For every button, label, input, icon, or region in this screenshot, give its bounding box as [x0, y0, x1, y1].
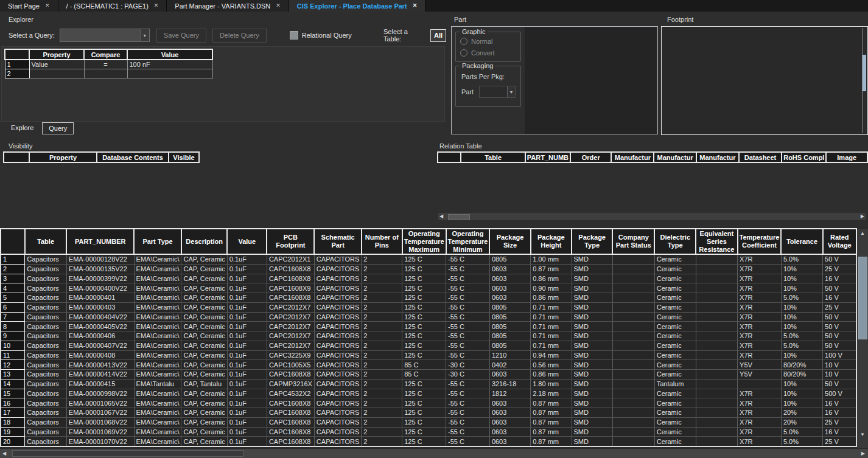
column-header[interactable]: Schematic Part	[314, 229, 362, 254]
table-row[interactable]: 1Value=100 nF	[5, 60, 212, 69]
cell[interactable]: Ceramic	[654, 398, 696, 408]
cell[interactable]: 2	[362, 408, 402, 418]
scrollbar-thumb[interactable]	[863, 55, 866, 91]
cell[interactable]: Capacitors	[25, 274, 67, 283]
scroll-up-icon[interactable]: ▲	[857, 231, 868, 236]
cell[interactable]	[696, 417, 737, 427]
cell[interactable]: X7R	[738, 331, 782, 341]
cell[interactable]	[612, 370, 654, 380]
cell[interactable]: Capacitors	[25, 302, 67, 312]
cell[interactable]: 0.87 mm	[531, 417, 572, 427]
cell[interactable]: X7R	[738, 408, 782, 418]
cell[interactable]: -55 C	[446, 312, 490, 322]
cell[interactable]: Capacitors	[25, 293, 67, 303]
cell[interactable]	[696, 398, 737, 408]
column-header[interactable]: Company Part Status	[612, 229, 654, 254]
cell[interactable]	[696, 389, 737, 398]
cell[interactable]: CAPC2012X7	[267, 302, 314, 312]
cell[interactable]: 25 V	[823, 417, 856, 427]
cell[interactable]: X7R	[738, 417, 782, 427]
convert-radio-icon[interactable]	[460, 49, 467, 57]
cell[interactable]: Capacitors	[25, 264, 67, 274]
cell[interactable]: CAPC1608X8	[267, 293, 314, 303]
cell[interactable]: CAP, Ceramic	[181, 360, 227, 370]
cell[interactable]: EMA-00001065V22	[66, 398, 134, 408]
cell[interactable]: 125 C	[402, 379, 446, 389]
cell[interactable]: Ceramic	[654, 331, 696, 341]
row-header[interactable]: 1	[5, 60, 29, 69]
cell[interactable]: CAPACITORS	[314, 341, 362, 350]
cell[interactable]: 5.0%	[781, 341, 822, 350]
cell[interactable]: 10 V	[823, 360, 856, 370]
cell[interactable]: 500 V	[823, 389, 856, 398]
row-header[interactable]: 7	[1, 312, 25, 322]
cell[interactable]	[612, 322, 654, 331]
cell[interactable]: 1.80 mm	[531, 379, 572, 389]
cell[interactable]: -55 C	[446, 274, 490, 283]
cell[interactable]: CAPACITORS	[314, 322, 362, 331]
cell[interactable]: Capacitors	[25, 389, 67, 398]
cell[interactable]	[696, 408, 737, 418]
cell[interactable]: EMA\Ceramic\	[134, 264, 181, 274]
cell[interactable]: Capacitors	[25, 350, 67, 360]
cell[interactable]: 5.0%	[781, 254, 822, 264]
relational-query-checkbox[interactable]	[290, 31, 298, 40]
cell[interactable]: 2	[362, 283, 402, 293]
cell[interactable]: 0.71 mm	[531, 341, 572, 350]
cell[interactable]: 125 C	[402, 331, 446, 341]
column-header[interactable]: Database Contents	[97, 152, 169, 162]
cell[interactable]: Y5V	[738, 360, 782, 370]
cell[interactable]: -55 C	[446, 437, 490, 446]
cell[interactable]: CAPC1608X8	[267, 370, 314, 380]
column-header[interactable]: Package Type	[572, 229, 612, 254]
cell[interactable]: EMA-00000998V22	[66, 389, 134, 398]
cell[interactable]: EMA\Ceramic\	[134, 389, 181, 398]
cell[interactable]: 0.90 mm	[531, 283, 572, 293]
row-header[interactable]: 9	[1, 331, 25, 341]
cell[interactable]: 0.1uF	[227, 350, 267, 360]
cell[interactable]: EMA-00000401	[66, 293, 134, 303]
cell[interactable]: 0.1uF	[227, 274, 267, 283]
cell[interactable]: 85 C	[402, 370, 446, 380]
cell[interactable]: 100 nF	[127, 60, 212, 69]
cell[interactable]	[696, 283, 737, 293]
cell[interactable]: Ceramic	[654, 360, 696, 370]
column-header[interactable]: Compare	[84, 49, 127, 60]
cell[interactable]: 5.0%	[781, 293, 822, 303]
cell[interactable]: EMA-00001067V22	[66, 408, 134, 418]
cell[interactable]: CAPACITORS	[314, 350, 362, 360]
cell[interactable]: Capacitors	[25, 360, 67, 370]
cell[interactable]: EMA\Ceramic\	[134, 341, 181, 350]
row-header[interactable]: 17	[1, 408, 25, 418]
cell[interactable]: CAP, Ceramic	[181, 370, 227, 380]
cell[interactable]: 5.0%	[781, 331, 822, 341]
cell[interactable]: 0.1uF	[227, 379, 267, 389]
cell[interactable]: CAPC2012X1	[267, 254, 314, 264]
row-header[interactable]: 10	[1, 341, 25, 350]
cell[interactable]: -55 C	[446, 254, 490, 264]
cell[interactable]: X7R	[738, 322, 782, 331]
cell[interactable]: Capacitors	[25, 283, 67, 293]
cell[interactable]: 80/20%	[781, 360, 822, 370]
cell[interactable]	[612, 302, 654, 312]
cell[interactable]: 0.86 mm	[531, 274, 572, 283]
table-row[interactable]: 5CapacitorsEMA-00000401EMA\Ceramic\CAP, …	[1, 293, 856, 303]
cell[interactable]: -55 C	[446, 427, 490, 437]
cell[interactable]: 125 C	[402, 312, 446, 322]
cell[interactable]: X7R	[738, 312, 782, 322]
cell[interactable]	[612, 312, 654, 322]
cell[interactable]: -55 C	[446, 408, 490, 418]
cell[interactable]	[612, 389, 654, 398]
cell[interactable]: X7R	[738, 350, 782, 360]
cell[interactable]: Capacitors	[25, 417, 67, 427]
column-header[interactable]: Value	[127, 49, 212, 60]
cell[interactable]: EMA\Ceramic\	[134, 312, 181, 322]
cell[interactable]: EMA-00000413V22	[66, 360, 134, 370]
cell[interactable]: 0.87 mm	[531, 398, 572, 408]
cell[interactable]: 16 V	[823, 293, 856, 303]
chevron-down-icon[interactable]: ▼	[507, 86, 515, 97]
cell[interactable]: 125 C	[402, 350, 446, 360]
cell[interactable]: 0.87 mm	[531, 437, 572, 446]
cell[interactable]: Ceramic	[654, 370, 696, 380]
cell[interactable]: 10%	[781, 322, 822, 331]
